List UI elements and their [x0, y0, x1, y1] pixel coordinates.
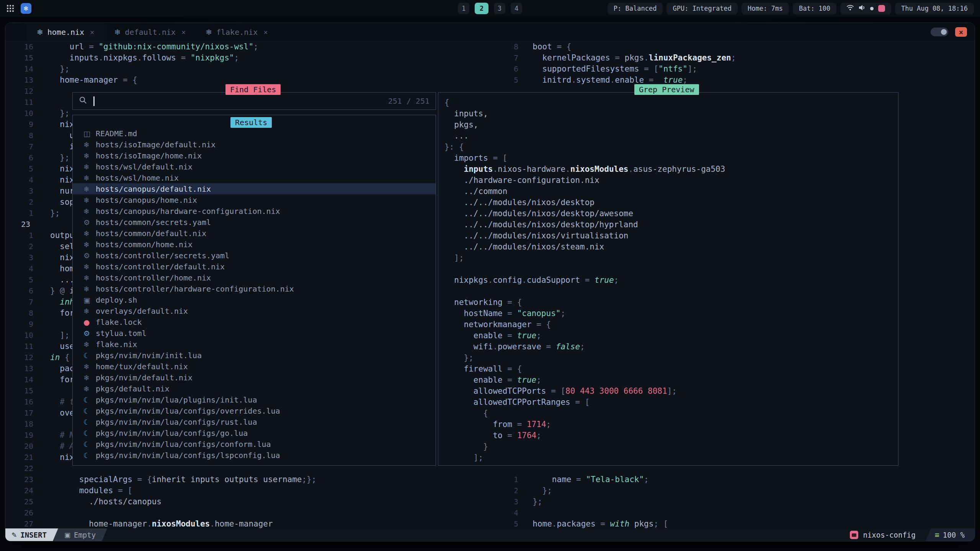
tab-close-icon[interactable]: × [263, 28, 268, 36]
preview-code: { inputs, pkgs, ...}: { imports = [ inpu… [438, 93, 898, 463]
result-item[interactable]: ❄hosts/canopus/home.nix [73, 194, 436, 205]
result-item[interactable]: ❄hosts/isoImage/home.nix [73, 150, 436, 161]
code-line: 16 url = "github:nix-community/nixos-wsl… [5, 41, 506, 52]
line-number: 17 [5, 408, 50, 419]
result-item[interactable]: ⚙stylua.toml [73, 328, 436, 339]
result-label: pkgs/nvim/nvim/lua/plugins/init.lua [96, 395, 257, 404]
line-number: 6 [506, 64, 523, 75]
line-number: 13 [5, 75, 50, 86]
result-label: hosts/wsl/home.nix [96, 173, 179, 183]
module-battery[interactable]: Bat: 100 [793, 3, 836, 15]
result-item[interactable]: ❄hosts/wsl/default.nix [73, 161, 436, 172]
line-number: 26 [5, 507, 50, 518]
code-line: } [444, 441, 898, 452]
toggle-button[interactable] [931, 28, 948, 36]
line-number: 9 [5, 319, 50, 330]
telescope-results[interactable]: ◫README.md❄hosts/isoImage/default.nix❄ho… [72, 115, 436, 466]
line-number: 27 [5, 518, 50, 528]
code-text: }; [50, 108, 70, 119]
code-text: ../../modules/nixos/desktop [444, 197, 595, 208]
code-text: ../../modules/nixos/desktop/hyprland [444, 219, 638, 230]
nix-icon: ❄ [83, 240, 96, 249]
tab-flake.nix[interactable]: ❄flake.nix× [196, 23, 278, 41]
result-item[interactable]: ❄hosts/controller/home.nix [73, 272, 436, 283]
result-item[interactable]: ☾pkgs/nvim/nvim/lua/configs/conform.lua [73, 439, 436, 450]
code-text: nixpkgs.config.cudaSupport = true; [444, 275, 619, 286]
result-item[interactable]: ❄hosts/controller/default.nix [73, 261, 436, 272]
result-item[interactable]: ◫README.md [73, 128, 436, 139]
code-line: }; [444, 352, 898, 364]
code-text: name = "Tela-black"; [523, 474, 649, 485]
code-text: networking = { [444, 297, 522, 308]
code-text: }; [50, 152, 70, 163]
module-ping[interactable]: Home: 7ms [742, 3, 789, 15]
nix-icon: ❄ [83, 274, 96, 282]
result-label: hosts/canopus/home.nix [96, 196, 197, 205]
text-cursor [93, 96, 95, 106]
line-number: 8 [5, 130, 50, 141]
result-item[interactable]: ☾pkgs/nvim/nvim/lua/configs/go.lua [73, 427, 436, 439]
code-text: networkmanager = { [444, 319, 551, 330]
code-line: 5 initrd.systemd.enable = true; [506, 75, 975, 86]
result-item[interactable]: ☾pkgs/nvim/nvim/init.lua [73, 350, 436, 361]
result-item[interactable]: ❄pkgs/default.nix [73, 383, 436, 394]
result-item[interactable]: ☾pkgs/nvim/nvim/lua/plugins/init.lua [73, 394, 436, 405]
result-item[interactable]: ❄flake.nix [73, 339, 436, 350]
lua-icon: ☾ [83, 451, 96, 460]
nix-icon: ❄ [83, 385, 96, 393]
module-gpu[interactable]: GPU: Integrated [666, 3, 738, 15]
result-label: hosts/canopus/default.nix [96, 184, 211, 194]
result-item[interactable]: ❄overlays/default.nix [73, 305, 436, 316]
result-item[interactable]: ❄home/tux/default.nix [73, 361, 436, 372]
code-line: { [444, 97, 898, 108]
nix-icon: ❄ [83, 207, 96, 215]
workspace-4[interactable]: 4 [511, 3, 522, 14]
result-item[interactable]: ⚙hosts/common/secrets.yaml [73, 217, 436, 228]
module-power-profile[interactable]: P: Balanced [608, 3, 663, 15]
tab-close-icon[interactable]: × [181, 28, 186, 36]
result-item[interactable]: ❄hosts/common/default.nix [73, 228, 436, 239]
file-indicator: ▣ Empty [53, 528, 107, 541]
result-item[interactable]: ☾pkgs/nvim/nvim/lua/configs/lspconfig.lu… [73, 450, 436, 461]
module-clock[interactable]: Thu Aug 08, 18:16 [895, 3, 974, 15]
result-item[interactable]: ●flake.lock [73, 316, 436, 328]
line-number: 8 [506, 41, 523, 52]
code-line: 24 modules = [ [5, 485, 506, 496]
ping-label: Home: 7ms [748, 5, 783, 12]
result-label: hosts/isoImage/default.nix [96, 140, 216, 149]
window-controls: × [931, 27, 967, 37]
code-text: }; [444, 352, 474, 364]
nix-icon: ❄ [83, 285, 96, 293]
line-number: 3 [506, 496, 523, 507]
result-item[interactable]: ❄pkgs/nvim/default.nix [73, 372, 436, 383]
app-launcher-icon[interactable] [6, 4, 15, 13]
nix-logo-badge[interactable]: ❄ [21, 3, 31, 14]
line-number: 11 [5, 341, 50, 352]
workspace-1[interactable]: 1 [458, 3, 469, 14]
result-item[interactable]: ▣deploy.sh [73, 294, 436, 305]
tab-home.nix[interactable]: ❄home.nix× [27, 23, 105, 41]
nix-icon: ❄ [83, 196, 96, 204]
result-label: hosts/common/default.nix [96, 229, 206, 238]
result-item[interactable]: ❄hosts/canopus/hardware-configuration.ni… [73, 205, 436, 217]
result-item[interactable]: ⚙hosts/controller/secrets.yaml [73, 250, 436, 261]
line-number: 10 [5, 330, 50, 341]
module-indicators[interactable] [840, 3, 891, 15]
result-item[interactable]: ❄hosts/controller/hardware-configuration… [73, 283, 436, 294]
result-item[interactable]: ❄hosts/isoImage/default.nix [73, 139, 436, 150]
result-item[interactable]: ❄hosts/canopus/default.nix [73, 183, 436, 194]
find-files-title: Find Files [225, 84, 281, 95]
result-item[interactable]: ☾pkgs/nvim/nvim/lua/configs/overrides.lu… [73, 405, 436, 416]
workspace-2[interactable]: 2 [475, 3, 488, 14]
result-item[interactable]: ☾pkgs/nvim/nvim/lua/configs/rust.lua [73, 416, 436, 427]
line-number: 14 [5, 374, 50, 385]
result-item[interactable]: ❄hosts/wsl/home.nix [73, 172, 436, 183]
tab-close-icon[interactable]: × [90, 28, 94, 36]
tab-default.nix[interactable]: ❄default.nix× [105, 23, 196, 41]
result-label: pkgs/nvim/nvim/lua/configs/overrides.lua [96, 406, 280, 416]
window-close-button[interactable]: × [955, 27, 967, 37]
workspace-3[interactable]: 3 [494, 3, 505, 14]
code-line: hostName = "canopus"; [444, 308, 898, 319]
result-item[interactable]: ❄hosts/common/home.nix [73, 239, 436, 250]
code-line: ../common [444, 186, 898, 197]
